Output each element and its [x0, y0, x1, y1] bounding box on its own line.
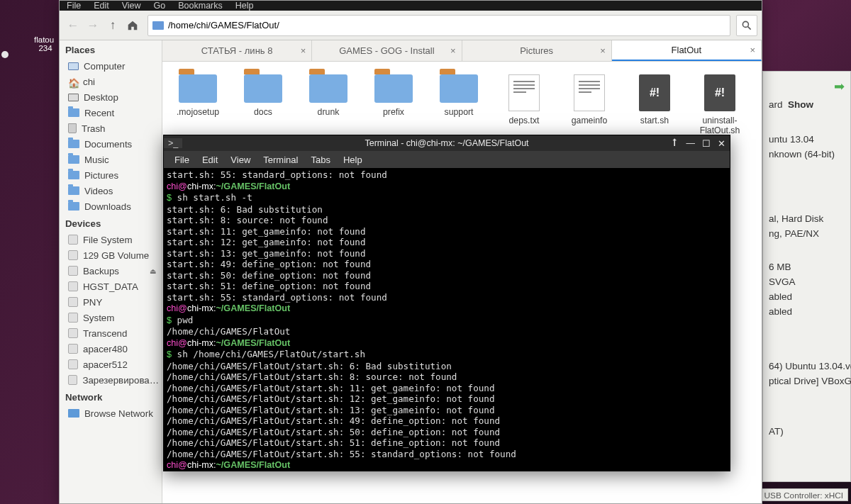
terminal-window: >_ Terminal - chi@chi-mx: ~/GAMES/FlatOu… — [163, 135, 730, 471]
path-bar[interactable] — [148, 15, 730, 36]
tab-0[interactable]: СТАТЬЯ - линь 8× — [162, 40, 312, 61]
sidebar-item-label: File System — [83, 235, 132, 245]
sidebar-item-label: 129 GB Volume — [83, 250, 149, 261]
sidebar-item-label: apacer480 — [83, 344, 128, 354]
fm-menu-edit[interactable]: Edit — [94, 1, 109, 11]
tab-label: FlatOut — [672, 45, 702, 55]
tab-3[interactable]: FlatOut× — [612, 40, 762, 61]
file-label: docs — [254, 107, 272, 117]
file-item-3[interactable]: prefix — [365, 74, 422, 135]
terminal-titlebar[interactable]: >_ Terminal - chi@chi-mx: ~/GAMES/FlatOu… — [164, 135, 730, 151]
file-label: prefix — [383, 107, 404, 117]
sidebar-item-label: Downloads — [84, 201, 131, 212]
sidebar-item-places-7[interactable]: Pictures — [60, 167, 162, 183]
file-label: start.sh — [640, 116, 669, 125]
sidebar-item-places-3[interactable]: Recent — [60, 105, 162, 121]
sidebar-item-places-2[interactable]: Desktop — [60, 89, 162, 105]
sidebar-item-devices-9[interactable]: Зарезервирова… — [60, 372, 162, 388]
tab-label: GAMES - GOG - Install — [339, 45, 434, 56]
tab-close-icon[interactable]: × — [600, 45, 606, 56]
term-menu-help[interactable]: Help — [338, 152, 367, 167]
sidebar-item-devices-6[interactable]: Transcend — [60, 325, 162, 341]
fm-menu-view[interactable]: View — [122, 1, 141, 11]
sidebar-header-places: Places — [60, 40, 162, 58]
tab-close-icon[interactable]: × — [301, 45, 306, 56]
sidebar-item-label: Music — [84, 155, 109, 165]
file-item-7[interactable]: #!start.sh — [626, 74, 683, 135]
search-icon — [741, 20, 752, 31]
tab-label: Pictures — [520, 45, 553, 56]
fm-menubar[interactable]: FileEditViewGoBookmarksHelp — [60, 1, 762, 11]
text-file-icon — [508, 74, 540, 111]
window-close-button[interactable]: ✕ — [718, 138, 725, 149]
sidebar-item-places-0[interactable]: Computer — [60, 58, 162, 74]
file-label: drunk — [318, 107, 340, 117]
sidebar-item-places-1[interactable]: 🏠chi — [60, 74, 162, 89]
tab-close-icon[interactable]: × — [750, 45, 755, 55]
file-item-1[interactable]: docs — [235, 74, 291, 135]
sidebar-item-devices-0[interactable]: File System — [60, 232, 162, 247]
sidebar-item-places-8[interactable]: Videos — [60, 183, 162, 198]
fm-menu-help[interactable]: Help — [235, 1, 254, 11]
forward-arrow-icon: ➡ — [834, 79, 845, 94]
file-item-0[interactable]: .mojosetup — [169, 74, 226, 135]
terminal-body[interactable]: start.sh: 55: standard_options: not foun… — [164, 168, 730, 471]
terminal-menubar[interactable]: FileEditViewTerminalTabsHelp — [164, 151, 730, 168]
eject-icon[interactable]: ⏏ — [150, 267, 159, 275]
term-menu-file[interactable]: File — [169, 152, 194, 167]
folder-icon — [440, 74, 478, 103]
window-rollup-button[interactable]: 🠕 — [670, 138, 679, 149]
window-minimize-button[interactable]: — — [686, 138, 696, 149]
sidebar-item-places-6[interactable]: Music — [60, 152, 162, 167]
sidebar-item-devices-2[interactable]: Backups⏏ — [60, 263, 162, 279]
file-item-2[interactable]: drunk — [300, 74, 357, 135]
sidebar-item-devices-5[interactable]: System — [60, 310, 162, 325]
file-item-4[interactable]: support — [430, 74, 487, 135]
background-statusbar: USB Controller: xHCI — [760, 488, 848, 501]
sidebar-item-places-4[interactable]: Trash — [60, 121, 162, 136]
fm-menu-go[interactable]: Go — [154, 1, 166, 11]
fm-menu-file[interactable]: File — [67, 1, 81, 11]
sidebar-item-devices-1[interactable]: 129 GB Volume — [60, 247, 162, 263]
nav-back-button[interactable]: ← — [64, 16, 82, 35]
search-button[interactable] — [736, 15, 757, 36]
term-menu-edit[interactable]: Edit — [197, 152, 223, 167]
path-input[interactable] — [168, 20, 725, 30]
sidebar-item-label: Computer — [84, 61, 125, 72]
tab-1[interactable]: GAMES - GOG - Install× — [312, 40, 462, 61]
file-item-8[interactable]: #!uninstall-FlatOut.sh — [691, 74, 748, 135]
tab-close-icon[interactable]: × — [450, 45, 456, 56]
tab-2[interactable]: Pictures× — [462, 40, 612, 61]
window-maximize-button[interactable]: ☐ — [702, 138, 711, 149]
sidebar-item-devices-4[interactable]: PNY — [60, 294, 162, 310]
term-menu-view[interactable]: View — [226, 152, 255, 167]
sidebar-item-label: Backups — [83, 266, 119, 276]
nav-forward-button[interactable]: → — [84, 16, 102, 35]
file-label: uninstall-FlatOut.sh — [691, 116, 748, 135]
file-label: gameinfo — [572, 116, 608, 125]
term-menu-tabs[interactable]: Tabs — [306, 152, 335, 167]
nav-up-button[interactable]: ↑ — [104, 16, 122, 35]
term-menu-terminal[interactable]: Terminal — [258, 152, 303, 167]
sidebar-item-devices-7[interactable]: apacer480 — [60, 341, 162, 357]
background-window-right: ➡ ard Show untu 13.04 nknown (64-bit) al… — [762, 71, 851, 482]
fm-iconview[interactable]: .mojosetupdocsdrunkprefixsupportdeps.txt… — [162, 62, 762, 142]
sidebar-item-places-9[interactable]: Downloads — [60, 198, 162, 214]
tab-label: СТАТЬЯ - линь 8 — [201, 45, 273, 56]
fm-menu-bookmarks[interactable]: Bookmarks — [178, 1, 223, 11]
svg-line-1 — [748, 26, 751, 29]
file-label: deps.txt — [508, 116, 539, 125]
file-item-6[interactable]: gameinfo — [561, 74, 618, 135]
file-item-5[interactable]: deps.txt — [496, 74, 552, 135]
folder-icon — [179, 74, 217, 103]
sidebar-item-places-5[interactable]: Documents — [60, 136, 162, 152]
titlebar-prompt-icon: >_ — [164, 138, 182, 148]
nav-home-button[interactable] — [123, 16, 142, 35]
sidebar-item-devices-3[interactable]: HGST_DATA — [60, 279, 162, 294]
script-file-icon: #! — [639, 74, 670, 111]
sidebar-item-label: Trash — [82, 123, 106, 134]
fm-toolbar: ← → ↑ — [60, 11, 762, 40]
sidebar-item-network-0[interactable]: Browse Network — [60, 405, 162, 421]
sidebar-item-devices-8[interactable]: apacer512 — [60, 357, 162, 372]
terminal-title: Terminal - chi@chi-mx: ~/GAMES/FlatOut — [365, 138, 528, 148]
